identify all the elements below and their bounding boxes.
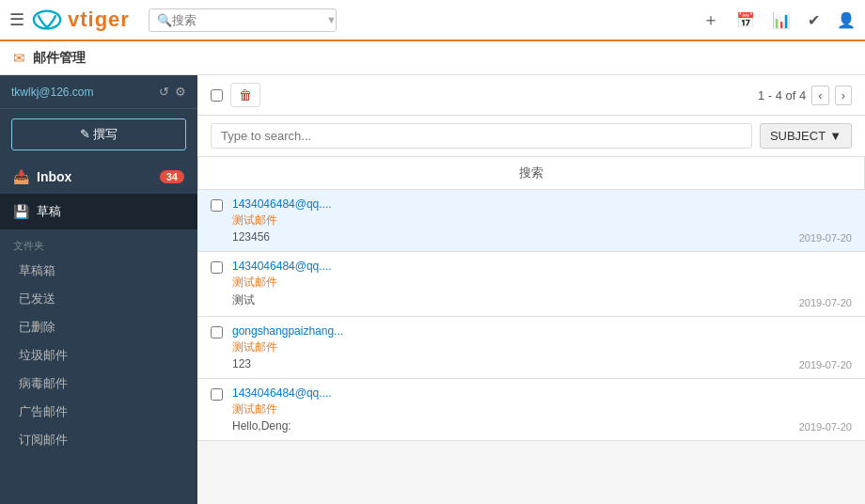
sidebar-item-inbox[interactable]: 📥 Inbox 34 xyxy=(0,160,197,194)
hamburger-icon[interactable]: ☰ xyxy=(9,9,24,30)
email-subject: 测试邮件 xyxy=(232,339,799,355)
email-body: 1434046484@qq.... 测试邮件 测试 xyxy=(232,260,799,308)
search-input[interactable] xyxy=(172,13,322,27)
email-date: 2019-07-20 xyxy=(799,297,852,308)
refresh-icon[interactable]: ↺ xyxy=(159,85,169,99)
folder-item-virus[interactable]: 病毒邮件 xyxy=(0,370,197,398)
email-date: 2019-07-20 xyxy=(799,421,852,433)
layout: tkwlkj@126.com ↺ ⚙ ✎ 撰写 📥 Inbox 34 💾 草稿 … xyxy=(0,75,865,504)
compose-label: ✎ 撰写 xyxy=(80,126,118,143)
global-search[interactable]: 🔍 ▼ xyxy=(149,8,337,32)
folder-item-ads[interactable]: 广告邮件 xyxy=(0,398,197,426)
email-item[interactable]: gongshangpaizhang... 测试邮件 123 2019-07-20 xyxy=(197,317,865,379)
folder-item-deleted[interactable]: 已删除 xyxy=(0,313,197,341)
sidebar-account: tkwlkj@126.com ↺ ⚙ xyxy=(0,75,197,109)
email-preview: 测试 xyxy=(232,292,799,308)
email-date: 2019-07-20 xyxy=(799,232,852,244)
folder-item-subscriptions[interactable]: 订阅邮件 xyxy=(0,426,197,454)
delete-button[interactable]: 🗑 xyxy=(230,83,260,107)
select-all-checkbox[interactable] xyxy=(211,89,223,102)
nav-icons: ＋ 📅 📊 ✔ 👤 xyxy=(702,8,856,31)
sidebar-item-drafts[interactable]: 💾 草稿 xyxy=(0,194,197,229)
email-search-input[interactable] xyxy=(211,123,752,149)
chart-icon[interactable]: 📊 xyxy=(772,11,791,29)
search-result-label: 搜索 xyxy=(519,165,543,180)
pagination-prev[interactable]: ‹ xyxy=(811,86,828,105)
pagination: 1 - 4 of 4 ‹ › xyxy=(758,86,852,105)
search-icon: 🔍 xyxy=(157,13,172,27)
email-from: 1434046484@qq.... xyxy=(232,386,799,400)
email-subject: 测试邮件 xyxy=(232,213,799,228)
email-body: 1434046484@qq.... 测试邮件 123456 xyxy=(232,197,799,244)
email-checkbox[interactable] xyxy=(211,388,223,401)
account-email: tkwlkj@126.com xyxy=(11,86,94,99)
main-toolbar: 🗑 1 - 4 of 4 ‹ › xyxy=(197,75,865,116)
folder-item-drafts[interactable]: 草稿箱 xyxy=(0,257,197,285)
subject-label: SUBJECT xyxy=(770,129,826,143)
logo-icon xyxy=(32,9,62,30)
folder-item-sent[interactable]: 已发送 xyxy=(0,285,197,313)
page-title: 邮件管理 xyxy=(33,50,86,67)
email-from: 1434046484@qq.... xyxy=(232,197,799,211)
email-search-bar: SUBJECT ▼ xyxy=(197,116,865,157)
sub-header: ✉ 邮件管理 xyxy=(0,41,865,75)
search-dropdown-icon[interactable]: ▼ xyxy=(326,14,337,25)
user-icon[interactable]: 👤 xyxy=(837,11,856,29)
email-checkbox[interactable] xyxy=(211,326,223,339)
calendar-icon[interactable]: 📅 xyxy=(736,11,755,29)
top-nav: ☰ vtiger 🔍 ▼ ＋ 📅 📊 ✔ 👤 xyxy=(0,0,865,41)
tasks-icon[interactable]: ✔ xyxy=(808,11,820,29)
email-item[interactable]: 1434046484@qq.... 测试邮件 测试 2019-07-20 xyxy=(197,252,865,317)
logo: vtiger xyxy=(32,8,130,32)
mail-icon: ✉ xyxy=(13,50,25,67)
email-checkbox[interactable] xyxy=(211,199,223,212)
inbox-icon: 📥 xyxy=(13,169,29,184)
logo-text: vtiger xyxy=(68,8,130,32)
folder-item-spam[interactable]: 垃圾邮件 xyxy=(0,341,197,370)
pagination-text: 1 - 4 of 4 xyxy=(758,88,806,102)
email-item[interactable]: 1434046484@qq.... 测试邮件 Hello,Deng: 2019-… xyxy=(197,379,865,441)
toolbar-left: 🗑 xyxy=(211,83,260,107)
email-item[interactable]: 1434046484@qq.... 测试邮件 123456 2019-07-20 xyxy=(197,190,865,252)
email-subject: 测试邮件 xyxy=(232,275,799,291)
email-from: 1434046484@qq.... xyxy=(232,260,799,273)
account-icons[interactable]: ↺ ⚙ xyxy=(159,85,186,99)
inbox-badge: 34 xyxy=(160,170,184,183)
add-icon[interactable]: ＋ xyxy=(702,8,719,31)
folders-section-title: 文件夹 xyxy=(0,229,197,257)
email-body: gongshangpaizhang... 测试邮件 123 xyxy=(232,324,799,370)
subject-dropdown-icon: ▼ xyxy=(829,129,841,143)
folder-list: 草稿箱 已发送 已删除 垃圾邮件 病毒邮件 广告邮件 订阅邮件 xyxy=(0,257,197,454)
sidebar: tkwlkj@126.com ↺ ⚙ ✎ 撰写 📥 Inbox 34 💾 草稿 … xyxy=(0,75,197,504)
subject-filter-button[interactable]: SUBJECT ▼ xyxy=(760,123,852,149)
email-body: 1434046484@qq.... 测试邮件 Hello,Deng: xyxy=(232,386,799,433)
email-list: 1434046484@qq.... 测试邮件 123456 2019-07-20… xyxy=(197,190,865,504)
sidebar-compose: ✎ 撰写 xyxy=(11,118,186,150)
inbox-label: Inbox xyxy=(37,169,160,184)
email-from: gongshangpaizhang... xyxy=(232,324,799,338)
email-date: 2019-07-20 xyxy=(799,359,852,370)
drafts-icon: 💾 xyxy=(13,204,29,219)
settings-icon[interactable]: ⚙ xyxy=(175,85,186,99)
main-content: 🗑 1 - 4 of 4 ‹ › SUBJECT ▼ 搜索 xyxy=(197,75,865,504)
email-preview: Hello,Deng: xyxy=(232,419,799,433)
pagination-next[interactable]: › xyxy=(835,86,852,105)
compose-button[interactable]: ✎ 撰写 xyxy=(11,118,186,150)
email-preview: 123456 xyxy=(232,230,799,244)
email-checkbox[interactable] xyxy=(211,261,223,274)
search-result-bar: 搜索 xyxy=(197,157,865,190)
drafts-label: 草稿 xyxy=(37,203,61,220)
email-subject: 测试邮件 xyxy=(232,402,799,417)
email-preview: 123 xyxy=(232,357,799,370)
